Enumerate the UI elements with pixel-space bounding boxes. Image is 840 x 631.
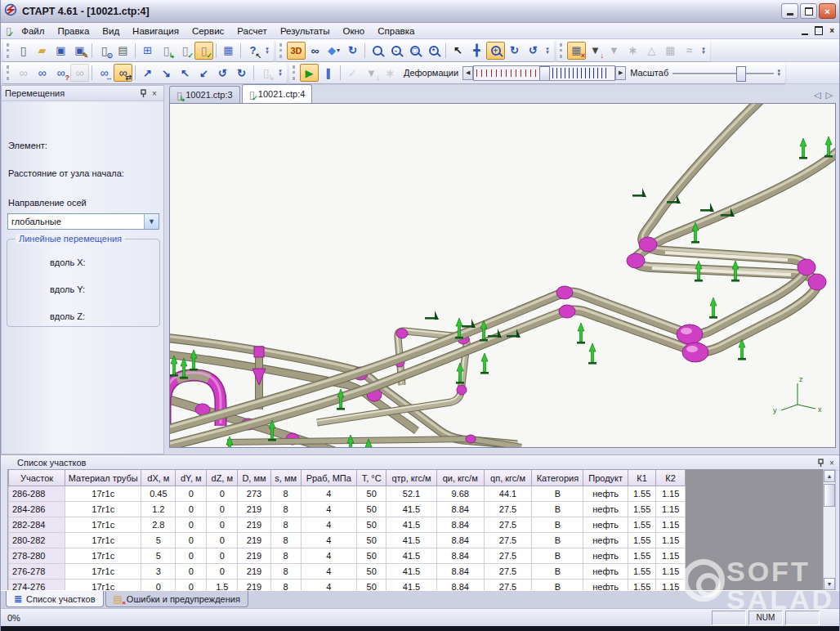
pin-icon[interactable] (137, 88, 149, 99)
toolbar-grip[interactable] (293, 65, 298, 80)
slider-thumb[interactable] (539, 66, 550, 81)
check-document-button[interactable]: ▯✓ (176, 42, 194, 60)
tab-section-list[interactable]: ≣Список участков (6, 591, 104, 607)
mdi-minimize-button[interactable] (802, 27, 808, 35)
view-3d-button[interactable]: 3D (287, 42, 306, 60)
menu-item[interactable]: Файл (15, 25, 51, 38)
tab-scroll-right-icon[interactable]: ▷ (826, 90, 833, 101)
pause-animation-button[interactable]: ∥ (319, 64, 337, 82)
save-as-button[interactable]: ▣✎ (70, 42, 89, 60)
projection-cube-button[interactable]: ◆▾ (324, 42, 343, 60)
deformation-scale-slider[interactable] (473, 65, 615, 81)
restore-button[interactable] (800, 3, 817, 19)
column-header[interactable]: К1 (628, 470, 655, 486)
hide-image-button[interactable]: ▦× (567, 42, 586, 60)
walk-up-button[interactable]: ↺ (213, 64, 232, 82)
table-row[interactable]: 282-28417г1с2.800219845041.58.8427.5Внеф… (9, 517, 686, 533)
pin-icon[interactable] (815, 458, 826, 468)
toolbar-overflow-icon[interactable]: ▾▾ (543, 42, 552, 60)
walk-left-button[interactable]: ↖ (176, 64, 194, 82)
toolbar-overflow-icon[interactable]: ▾▾ (275, 64, 285, 82)
column-header[interactable]: s, мм (270, 470, 301, 486)
find-button[interactable]: ∞ (306, 42, 324, 60)
walk-mode-button[interactable]: ∞⇄ (114, 64, 132, 82)
goto-results-button[interactable]: ▯↳ (157, 42, 176, 60)
scroll-up-icon[interactable]: ▲ (824, 470, 835, 482)
close-button[interactable]: × (819, 3, 836, 19)
walk-right-button[interactable]: ↙ (194, 64, 213, 82)
3d-viewport[interactable]: z x y (169, 103, 836, 448)
deform-left-arrow-button[interactable]: ◀ (462, 66, 473, 80)
print-preview-button[interactable]: ▯⊙ (95, 42, 114, 60)
column-header[interactable]: dX, м (141, 470, 176, 486)
menu-item[interactable]: Правка (51, 25, 96, 38)
table-vertical-scrollbar[interactable]: ▲ ▼ (823, 469, 836, 591)
column-header[interactable]: Участок (9, 470, 65, 486)
tile-windows-button[interactable]: ⊞ (138, 42, 157, 60)
zoom-window-button[interactable]: □ (405, 42, 424, 60)
scroll-down-icon[interactable]: ▼ (824, 578, 835, 590)
walk-down-button[interactable]: ↻ (232, 64, 251, 82)
slider-thumb[interactable] (736, 66, 746, 82)
chevron-down-icon[interactable]: ▾ (337, 47, 340, 54)
print-button[interactable]: ▤ (114, 42, 132, 60)
zoom-selected-button[interactable]: * (424, 42, 443, 60)
menu-item[interactable]: Результаты (274, 25, 337, 38)
rotate-3d-button[interactable]: ↺ (524, 42, 543, 60)
mdi-close-button[interactable]: × (829, 26, 834, 35)
new-document-button[interactable]: ▯ (14, 42, 33, 60)
column-header[interactable]: К2 (656, 470, 686, 486)
column-header[interactable]: Продукт (583, 470, 628, 486)
show-loads-button[interactable]: ▼↓ (586, 42, 605, 60)
table-row[interactable]: 284-28617г1с1.200219845041.58.8427.5Внеф… (9, 502, 686, 517)
fly-mode-button[interactable]: ∞↔ (95, 64, 114, 82)
view-scale-slider[interactable] (672, 66, 774, 80)
toolbar-grip[interactable] (7, 43, 12, 58)
watch-query-button[interactable]: ∞? (51, 64, 70, 82)
chevron-down-icon[interactable]: ▼ (144, 214, 159, 229)
column-header[interactable]: qтр, кгс/м (386, 470, 436, 486)
column-header[interactable]: Категория (532, 470, 583, 486)
scrollbar-thumb[interactable] (824, 484, 835, 507)
walk-forward-button[interactable]: ↗ (138, 64, 157, 82)
toolbar-overflow-icon[interactable]: ▾▾ (699, 42, 708, 60)
document-tab-1[interactable]: ▯↳10021.ctp:3 (169, 86, 240, 103)
toolbar-grip[interactable] (7, 65, 12, 80)
menu-item[interactable]: Расчет (230, 25, 274, 38)
tab-errors-warnings[interactable]: ▤×Ошибки и предупреждения (105, 591, 248, 607)
toolbar-overflow-icon[interactable]: ▾▾ (262, 42, 272, 60)
deform-right-arrow-button[interactable]: ▶ (615, 66, 626, 80)
calc-results-button[interactable]: ▯✓ (194, 42, 213, 60)
zoom-dynamic-button[interactable] (368, 42, 386, 60)
zoom-in-button[interactable]: + (486, 42, 505, 60)
minimize-button[interactable] (781, 3, 798, 19)
column-header[interactable]: dZ, м (207, 470, 238, 486)
walk-back-button[interactable]: ↘ (157, 64, 176, 82)
menu-item[interactable]: Навигация (126, 25, 185, 38)
zoom-out-button[interactable]: - (386, 42, 405, 60)
toolbar-grip[interactable] (560, 43, 565, 58)
select-cursor-button[interactable]: ↖ (449, 42, 467, 60)
menu-item[interactable]: Сервис (185, 25, 230, 38)
column-header[interactable]: Рраб, МПа (301, 470, 356, 486)
tab-scroll-left-icon[interactable]: ◁ (814, 90, 820, 101)
column-header[interactable]: Материал трубы (65, 470, 141, 486)
column-header[interactable]: D, мм (238, 470, 270, 486)
table-row[interactable]: 286-28817г1с0.4500273845052.19.6844.1Вне… (9, 486, 686, 502)
refresh-view-button[interactable]: ↻ (343, 42, 362, 60)
close-panel-icon[interactable]: × (826, 458, 838, 468)
column-header[interactable]: qи, кгс/м (436, 470, 484, 486)
pan-button[interactable]: ╋ (467, 42, 486, 60)
save-button[interactable]: ▣ (51, 42, 70, 60)
menu-item[interactable]: Справка (371, 25, 421, 38)
column-header[interactable]: T, °C (356, 470, 386, 486)
toolbar-overflow-icon[interactable]: ▾▾ (774, 64, 784, 82)
axes-direction-select[interactable]: глобальные ▼ (7, 213, 159, 230)
play-animation-button[interactable]: ▶ (300, 64, 319, 82)
table-row[interactable]: 280-28217г1с500219845041.58.8427.5Внефть… (9, 533, 686, 548)
document-tab-2[interactable]: ▯✓10021.ctp:4 (242, 84, 313, 103)
table-row[interactable]: 278-28017г1с500219845041.58.8427.5Внефть… (9, 548, 686, 564)
menu-item[interactable]: Вид (96, 25, 126, 38)
toolbar-grip[interactable] (279, 43, 285, 58)
mdi-restore-button[interactable] (815, 26, 823, 35)
